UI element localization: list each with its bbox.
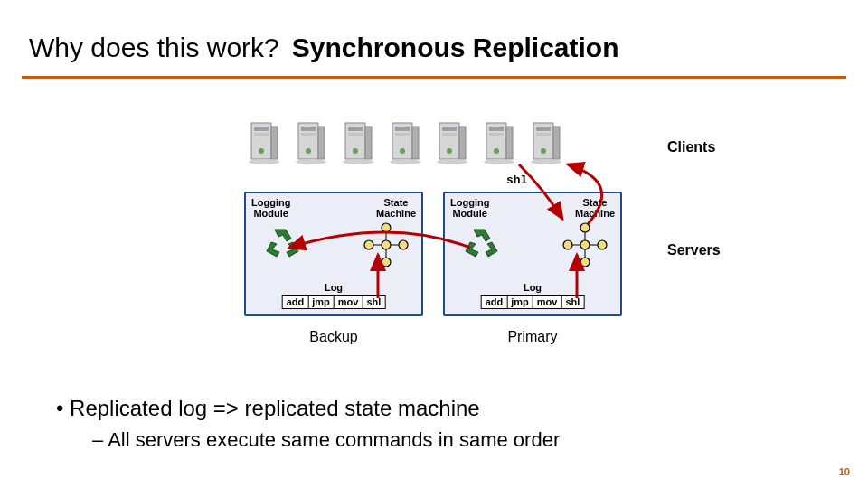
recycle-icon: [259, 224, 307, 264]
log-entry: shl: [561, 296, 583, 308]
title-right: Synchronous Replication: [292, 33, 619, 63]
server-backup: Logging Module State Machine: [244, 192, 423, 316]
svg-rect-14: [348, 127, 363, 131]
recycle-icon: [458, 224, 506, 264]
svg-point-51: [580, 223, 590, 232]
server-primary: Logging Module State Machine: [443, 192, 622, 316]
state-machine-label: State Machine: [575, 197, 615, 219]
svg-point-46: [382, 240, 391, 249]
svg-point-4: [259, 148, 264, 154]
svg-point-34: [494, 148, 499, 154]
clients-row: [244, 119, 568, 166]
client-tower-icon: [479, 119, 521, 166]
log-entry: add: [283, 296, 309, 308]
bullet-main: Replicated log => replicated state machi…: [56, 392, 832, 425]
svg-rect-25: [459, 127, 466, 159]
svg-rect-20: [395, 127, 410, 131]
svg-point-22: [400, 148, 405, 154]
servers-label: Servers: [667, 242, 721, 258]
svg-rect-21: [395, 133, 410, 136]
svg-point-5: [249, 159, 279, 164]
role-backup: Backup: [244, 329, 423, 345]
svg-rect-31: [506, 127, 513, 159]
state-machine-icon: [362, 221, 410, 269]
log-entry: jmp: [507, 296, 533, 308]
svg-rect-39: [536, 133, 551, 136]
svg-point-52: [580, 258, 590, 267]
svg-point-11: [296, 159, 326, 164]
log-label: Log: [481, 282, 585, 293]
svg-point-41: [531, 159, 561, 164]
svg-rect-37: [553, 127, 560, 159]
log-entry: mov: [533, 296, 562, 308]
client-tower-icon: [526, 119, 568, 166]
role-primary: Primary: [443, 329, 622, 345]
log-label: Log: [282, 282, 386, 293]
svg-point-43: [382, 258, 391, 267]
state-machine-icon: [561, 221, 609, 269]
bullets: Replicated log => replicated state machi…: [56, 392, 832, 455]
svg-point-16: [353, 148, 358, 154]
servers-row: Logging Module State Machine: [244, 192, 622, 316]
svg-rect-7: [318, 127, 325, 159]
client-tower-icon: [291, 119, 333, 166]
svg-point-54: [598, 240, 607, 249]
logging-module-label: Logging Module: [450, 197, 489, 219]
svg-point-28: [447, 148, 452, 154]
shl-command-label: shl: [506, 174, 527, 187]
svg-point-45: [399, 240, 408, 249]
client-tower-icon: [338, 119, 380, 166]
svg-point-55: [580, 240, 590, 249]
page-number: 10: [839, 466, 850, 477]
svg-point-10: [306, 148, 311, 154]
diagram: Clients shl Logging Module State Machine: [0, 119, 868, 372]
svg-rect-33: [489, 133, 504, 136]
log-entry: shl: [363, 296, 384, 308]
client-tower-icon: [432, 119, 474, 166]
svg-rect-8: [301, 127, 316, 131]
role-row: Backup Primary: [244, 329, 622, 345]
client-tower-icon: [244, 119, 286, 166]
svg-point-44: [364, 240, 373, 249]
svg-point-40: [541, 148, 546, 154]
log-block: Log addjmpmovshl: [481, 282, 585, 309]
svg-rect-13: [365, 127, 372, 159]
svg-rect-19: [412, 127, 419, 159]
log-entry: add: [482, 296, 508, 308]
logging-module-label: Logging Module: [251, 197, 290, 219]
svg-point-23: [390, 159, 420, 164]
svg-point-35: [484, 159, 514, 164]
bullet-sub: All servers execute same commands in sam…: [56, 425, 832, 455]
svg-rect-27: [442, 133, 457, 136]
svg-rect-32: [489, 127, 504, 131]
svg-rect-26: [442, 127, 457, 131]
svg-rect-1: [271, 127, 278, 159]
title-left: Why does this work?: [29, 33, 279, 63]
log-entry: mov: [335, 296, 363, 308]
svg-rect-3: [254, 133, 269, 136]
log-block: Log addjmpmovshl: [282, 282, 386, 309]
client-tower-icon: [385, 119, 427, 166]
clients-label: Clients: [667, 139, 715, 155]
state-machine-label: State Machine: [376, 197, 416, 219]
svg-point-53: [563, 240, 572, 249]
svg-point-17: [343, 159, 373, 164]
svg-point-42: [382, 223, 391, 232]
svg-rect-38: [536, 127, 551, 131]
log-entry: jmp: [308, 296, 335, 308]
svg-rect-15: [348, 133, 363, 136]
title-rule: [22, 76, 846, 79]
svg-rect-9: [301, 133, 316, 136]
svg-point-29: [437, 159, 467, 164]
svg-rect-2: [254, 127, 269, 131]
